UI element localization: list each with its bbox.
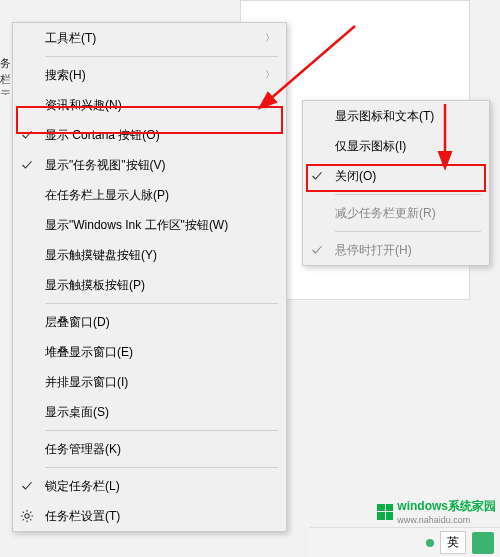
menu-label: 资讯和兴趣(N) — [41, 97, 262, 114]
menu-separator — [45, 467, 278, 468]
watermark: windows系统家园 www.nahaidu.com — [377, 498, 496, 525]
menu-label: 减少任务栏更新(R) — [331, 205, 481, 222]
menu-item-stack-windows[interactable]: 堆叠显示窗口(E) — [13, 337, 286, 367]
gear-icon — [13, 509, 41, 523]
check-icon — [13, 480, 41, 492]
menu-separator — [45, 303, 278, 304]
menu-item-task-manager[interactable]: 任务管理器(K) — [13, 434, 286, 464]
submenu-arrow-icon: 〉 — [262, 98, 278, 112]
tray-app-icon[interactable] — [472, 532, 494, 554]
submenu-item-hover-open[interactable]: 悬停时打开(H) — [303, 235, 489, 265]
watermark-text: windows系统家园 — [397, 499, 496, 513]
menu-label: 显示图标和文本(T) — [331, 108, 481, 125]
submenu-item-reduce-updates[interactable]: 减少任务栏更新(R) — [303, 198, 489, 228]
svg-point-0 — [25, 514, 29, 518]
menu-label: 任务栏设置(T) — [41, 508, 278, 525]
menu-label: 层叠窗口(D) — [41, 314, 278, 331]
menu-item-toolbars[interactable]: 工具栏(T) 〉 — [13, 23, 286, 53]
menu-label: 悬停时打开(H) — [331, 242, 481, 259]
check-icon — [13, 129, 41, 141]
menu-label: 关闭(O) — [331, 168, 481, 185]
news-interests-submenu: 显示图标和文本(T) 仅显示图标(I) 关闭(O) 减少任务栏更新(R) 悬停时… — [302, 100, 490, 266]
menu-separator — [45, 430, 278, 431]
menu-separator — [45, 56, 278, 57]
windows-logo-icon — [377, 504, 393, 520]
watermark-url: www.nahaidu.com — [397, 515, 496, 525]
check-icon — [13, 159, 41, 171]
menu-label: 显示"Windows Ink 工作区"按钮(W) — [41, 217, 278, 234]
menu-label: 显示 Cortana 按钮(O) — [41, 127, 278, 144]
menu-separator — [335, 231, 481, 232]
check-icon — [303, 244, 331, 256]
submenu-arrow-icon: 〉 — [262, 68, 278, 82]
menu-label: 在任务栏上显示人脉(P) — [41, 187, 278, 204]
menu-item-taskbar-settings[interactable]: 任务栏设置(T) — [13, 501, 286, 531]
submenu-arrow-icon: 〉 — [262, 31, 278, 45]
menu-item-touch-keyboard[interactable]: 显示触摸键盘按钮(Y) — [13, 240, 286, 270]
submenu-item-close[interactable]: 关闭(O) — [303, 161, 489, 191]
menu-item-news-interests[interactable]: 资讯和兴趣(N) 〉 — [13, 90, 286, 120]
menu-item-ink-workspace[interactable]: 显示"Windows Ink 工作区"按钮(W) — [13, 210, 286, 240]
menu-item-cortana-button[interactable]: 显示 Cortana 按钮(O) — [13, 120, 286, 150]
menu-label: 显示"任务视图"按钮(V) — [41, 157, 278, 174]
menu-separator — [335, 194, 481, 195]
menu-item-cascade-windows[interactable]: 层叠窗口(D) — [13, 307, 286, 337]
check-icon — [303, 170, 331, 182]
menu-label: 并排显示窗口(I) — [41, 374, 278, 391]
menu-item-search[interactable]: 搜索(H) 〉 — [13, 60, 286, 90]
taskbar-fragment: 英 — [310, 527, 500, 557]
tray-icon[interactable] — [426, 539, 434, 547]
menu-label: 显示触摸键盘按钮(Y) — [41, 247, 278, 264]
menu-label: 工具栏(T) — [41, 30, 262, 47]
ime-indicator[interactable]: 英 — [440, 531, 466, 554]
submenu-item-icon-only[interactable]: 仅显示图标(I) — [303, 131, 489, 161]
menu-item-taskview-button[interactable]: 显示"任务视图"按钮(V) — [13, 150, 286, 180]
menu-label: 显示桌面(S) — [41, 404, 278, 421]
menu-label: 堆叠显示窗口(E) — [41, 344, 278, 361]
menu-item-side-by-side[interactable]: 并排显示窗口(I) — [13, 367, 286, 397]
menu-item-people[interactable]: 在任务栏上显示人脉(P) — [13, 180, 286, 210]
menu-item-touchpad-button[interactable]: 显示触摸板按钮(P) — [13, 270, 286, 300]
menu-item-show-desktop[interactable]: 显示桌面(S) — [13, 397, 286, 427]
menu-label: 仅显示图标(I) — [331, 138, 481, 155]
truncated-bg-text: 务栏 示 — [0, 55, 10, 95]
menu-item-lock-taskbar[interactable]: 锁定任务栏(L) — [13, 471, 286, 501]
menu-label: 搜索(H) — [41, 67, 262, 84]
menu-label: 锁定任务栏(L) — [41, 478, 278, 495]
menu-label: 任务管理器(K) — [41, 441, 278, 458]
menu-label: 显示触摸板按钮(P) — [41, 277, 278, 294]
submenu-item-icon-text[interactable]: 显示图标和文本(T) — [303, 101, 489, 131]
taskbar-context-menu: 工具栏(T) 〉 搜索(H) 〉 资讯和兴趣(N) 〉 显示 Cortana 按… — [12, 22, 287, 532]
